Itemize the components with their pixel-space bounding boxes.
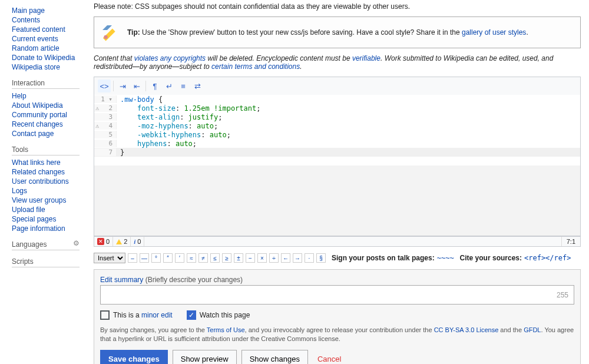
indent-lines-icon[interactable]: ≡ bbox=[177, 80, 190, 92]
pilcrow-icon[interactable]: ¶ bbox=[148, 80, 161, 92]
sidebar-item-contents[interactable]: Contents bbox=[12, 16, 40, 24]
outdent-icon[interactable]: ⇤ bbox=[130, 80, 143, 92]
info-count[interactable]: i0 bbox=[131, 237, 144, 246]
edit-summary-section: Edit summary (Briefly describe your chan… bbox=[94, 269, 581, 364]
char-endash[interactable]: – bbox=[128, 253, 137, 263]
sidebar-item-random[interactable]: Random article bbox=[12, 44, 59, 52]
gfdl-link[interactable]: GFDL bbox=[524, 326, 541, 333]
tip-gallery-link[interactable]: gallery of user styles bbox=[462, 28, 526, 37]
cc-license-link[interactable]: CC BY-SA 3.0 License bbox=[434, 326, 499, 333]
char-middot[interactable]: · bbox=[305, 253, 314, 263]
sidebar-item-upload-file[interactable]: Upload file bbox=[12, 206, 45, 214]
char-lte[interactable]: ≤ bbox=[210, 253, 220, 263]
char-pm[interactable]: ± bbox=[234, 253, 243, 263]
char-emdash[interactable]: — bbox=[140, 253, 149, 263]
copyright-notice: Content that violates any copyrights wil… bbox=[94, 54, 581, 71]
sidebar-heading-scripts: Scripts bbox=[12, 257, 80, 267]
char-degree[interactable]: ° bbox=[151, 253, 161, 263]
main-content: Please note: CSS subpages should not con… bbox=[85, 0, 589, 364]
sidebar-item-page-information[interactable]: Page information bbox=[12, 224, 65, 233]
diff-button[interactable]: Show changes bbox=[241, 350, 308, 364]
cancel-link[interactable]: Cancel bbox=[317, 355, 341, 363]
sidebar-item-recent-changes[interactable]: Recent changes bbox=[12, 120, 63, 128]
sidebar-item-current-events[interactable]: Current events bbox=[12, 35, 58, 43]
legal-text: By saving changes, you agree to the Term… bbox=[100, 326, 574, 344]
sidebar-item-about[interactable]: About Wikipedia bbox=[12, 101, 63, 110]
sidebar-item-related-changes[interactable]: Related changes bbox=[12, 168, 65, 176]
sidebar-item-what-links-here[interactable]: What links here bbox=[12, 158, 61, 167]
char-count: 255 bbox=[557, 291, 568, 299]
char-gte[interactable]: ≥ bbox=[222, 253, 231, 263]
confidential-warning: Please note: CSS subpages should not con… bbox=[94, 0, 581, 13]
sidebar-item-help[interactable]: Help bbox=[12, 92, 27, 100]
cursor-position: 7:1 bbox=[561, 237, 580, 246]
terms-link[interactable]: certain terms and conditions bbox=[211, 62, 300, 71]
sidebar-item-contact[interactable]: Contact page bbox=[12, 130, 54, 138]
error-count[interactable]: ✕0 bbox=[94, 237, 113, 246]
sidebar-item-user-contributions[interactable]: User contributions bbox=[12, 177, 69, 186]
char-neq[interactable]: ≠ bbox=[198, 253, 208, 263]
edit-summary-link[interactable]: Edit summary bbox=[100, 276, 143, 284]
svg-marker-1 bbox=[103, 29, 115, 41]
sidebar-heading-tools: Tools bbox=[12, 145, 80, 155]
sidebar-item-view-user-groups[interactable]: View user groups bbox=[12, 196, 67, 204]
tip-text: Use the 'Show preview' button to test yo… bbox=[140, 28, 462, 37]
code-editor[interactable]: 1 ▾.mw-body { ⚠2 font-size: 1.25em !impo… bbox=[94, 95, 581, 236]
align-icon[interactable]: ⇄ bbox=[191, 80, 204, 92]
wrap-icon[interactable]: ↵ bbox=[163, 80, 176, 92]
edit-summary-input[interactable] bbox=[100, 285, 574, 305]
verifiable-link[interactable]: verifiable bbox=[352, 54, 380, 62]
svg-marker-0 bbox=[102, 25, 112, 30]
insert-select[interactable]: Insert bbox=[94, 253, 125, 263]
violates-copyright-link[interactable]: violates any copyrights bbox=[134, 54, 206, 62]
sign-posts-label: Sign your posts on talk pages: bbox=[332, 254, 435, 262]
char-approx[interactable]: ≈ bbox=[187, 253, 196, 263]
gear-icon[interactable]: ⚙ bbox=[73, 239, 80, 247]
svg-point-2 bbox=[104, 35, 107, 39]
sidebar-nav-main: Main page Contents Featured content Curr… bbox=[12, 6, 80, 72]
char-section[interactable]: § bbox=[316, 253, 326, 263]
editor-toolbar: <> ⇥ ⇤ ¶ ↵ ≡ ⇄ bbox=[94, 77, 581, 95]
indent-icon[interactable]: ⇥ bbox=[116, 80, 129, 92]
preview-button[interactable]: Show preview bbox=[173, 350, 237, 364]
warning-count[interactable]: 2 bbox=[113, 237, 131, 246]
terms-of-use-link[interactable]: Terms of Use bbox=[207, 326, 245, 333]
sign-code[interactable]: ~~~~ bbox=[437, 254, 454, 262]
sidebar-item-store[interactable]: Wikipedia store bbox=[12, 63, 60, 71]
sidebar-item-featured[interactable]: Featured content bbox=[12, 25, 65, 34]
sidebar-heading-languages: Languages⚙ bbox=[12, 240, 80, 250]
minor-edit-checkbox[interactable]: This is a minor edit bbox=[100, 310, 173, 320]
char-rarrow[interactable]: → bbox=[293, 253, 302, 263]
char-times[interactable]: × bbox=[257, 253, 267, 263]
char-insert-toolbar: Insert – — ° ″ ′ ≈ ≠ ≤ ≥ ± − × ÷ ← → · §… bbox=[94, 250, 581, 266]
sidebar-item-special-pages[interactable]: Special pages bbox=[12, 215, 56, 223]
save-button[interactable]: Save changes bbox=[100, 350, 168, 364]
char-minus[interactable]: − bbox=[246, 253, 255, 263]
minor-edit-link[interactable]: minor edit bbox=[141, 311, 173, 319]
editor-status-bar: ✕0 2 i0 7:1 bbox=[94, 236, 581, 247]
sidebar-item-community[interactable]: Community portal bbox=[12, 111, 67, 119]
char-div[interactable]: ÷ bbox=[269, 253, 279, 263]
sidebar-item-main-page[interactable]: Main page bbox=[12, 6, 45, 15]
tip-box: Tip: Use the 'Show preview' button to te… bbox=[94, 16, 581, 48]
edit-summary-hint: (Briefly describe your changes) bbox=[145, 276, 243, 284]
cite-label: Cite your sources: bbox=[460, 254, 522, 262]
watch-page-checkbox[interactable]: ✓ Watch this page bbox=[187, 310, 250, 320]
sidebar-heading-interaction: Interaction bbox=[12, 79, 80, 89]
char-larrow[interactable]: ← bbox=[281, 253, 290, 263]
code-icon[interactable]: <> bbox=[98, 80, 111, 92]
sidebar-item-logs[interactable]: Logs bbox=[12, 187, 27, 195]
tip-prefix: Tip: bbox=[127, 28, 140, 37]
char-dprime[interactable]: ″ bbox=[163, 253, 173, 263]
cite-code[interactable]: <ref></ref> bbox=[524, 254, 571, 262]
sidebar: Main page Contents Featured content Curr… bbox=[0, 0, 85, 364]
char-prime[interactable]: ′ bbox=[175, 253, 184, 263]
tip-icon bbox=[100, 23, 119, 42]
sidebar-item-donate[interactable]: Donate to Wikipedia bbox=[12, 54, 75, 62]
